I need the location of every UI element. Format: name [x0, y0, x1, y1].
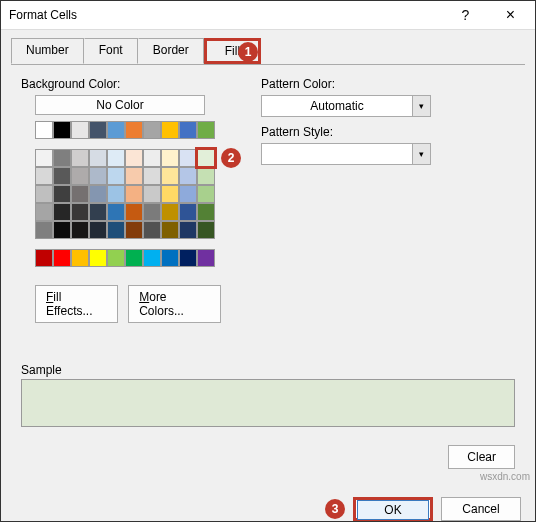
color-swatch[interactable] — [197, 149, 215, 167]
annotation-1: 1 — [238, 42, 258, 62]
color-swatch[interactable] — [125, 249, 143, 267]
more-colors-button[interactable]: More Colors... — [128, 285, 221, 323]
color-swatch[interactable] — [71, 221, 89, 239]
color-swatch[interactable] — [179, 121, 197, 139]
color-swatch[interactable] — [71, 185, 89, 203]
color-swatch[interactable] — [107, 167, 125, 185]
background-color-section: Background Color: No Color 2 Fill Effect… — [21, 77, 221, 323]
color-swatch[interactable] — [125, 221, 143, 239]
tab-font[interactable]: Font — [84, 38, 138, 64]
color-swatch[interactable] — [197, 121, 215, 139]
color-swatch[interactable] — [161, 203, 179, 221]
color-swatch[interactable] — [89, 249, 107, 267]
color-swatch[interactable] — [143, 167, 161, 185]
dialog-footer: 3 OK Cancel — [1, 487, 535, 522]
color-swatch[interactable] — [107, 185, 125, 203]
color-swatch[interactable] — [89, 149, 107, 167]
close-icon: × — [506, 6, 515, 24]
color-swatch[interactable] — [35, 167, 53, 185]
color-swatch[interactable] — [197, 221, 215, 239]
color-swatch[interactable] — [161, 185, 179, 203]
annotation-2: 2 — [221, 148, 241, 168]
color-swatch[interactable] — [89, 121, 107, 139]
color-swatch[interactable] — [179, 167, 197, 185]
watermark: wsxdn.com — [480, 471, 530, 482]
background-color-label: Background Color: — [21, 77, 221, 91]
color-swatch[interactable] — [107, 221, 125, 239]
annotation-3: 3 — [325, 499, 345, 519]
color-swatch[interactable] — [71, 203, 89, 221]
color-swatch[interactable] — [125, 203, 143, 221]
color-swatch[interactable] — [143, 121, 161, 139]
color-swatch[interactable] — [53, 249, 71, 267]
color-swatch[interactable] — [143, 149, 161, 167]
color-swatch[interactable] — [197, 249, 215, 267]
color-swatch[interactable] — [71, 121, 89, 139]
color-swatch[interactable] — [161, 149, 179, 167]
color-swatch[interactable] — [161, 249, 179, 267]
color-swatch[interactable] — [35, 121, 53, 139]
pattern-color-dropdown[interactable]: Automatic ▾ — [261, 95, 431, 117]
clear-button[interactable]: Clear — [448, 445, 515, 469]
sample-preview — [21, 379, 515, 427]
tab-border[interactable]: Border — [138, 38, 204, 64]
format-cells-dialog: Format Cells ? × Number Font Border Fill… — [0, 0, 536, 522]
color-swatch[interactable] — [35, 149, 53, 167]
color-swatch[interactable] — [197, 203, 215, 221]
color-swatch[interactable] — [179, 149, 197, 167]
sample-label: Sample — [21, 363, 515, 377]
color-swatch[interactable] — [71, 249, 89, 267]
color-swatch[interactable] — [179, 185, 197, 203]
color-swatch[interactable] — [179, 221, 197, 239]
color-swatch[interactable] — [125, 149, 143, 167]
color-swatch[interactable] — [161, 167, 179, 185]
color-swatch[interactable] — [35, 203, 53, 221]
color-swatch[interactable] — [197, 185, 215, 203]
color-swatch[interactable] — [143, 249, 161, 267]
color-swatch[interactable] — [107, 249, 125, 267]
tab-bar: Number Font Border Fill 1 — [11, 38, 535, 64]
fill-effects-button[interactable]: Fill Effects... — [35, 285, 118, 323]
color-swatch[interactable] — [35, 249, 53, 267]
titlebar-title: Format Cells — [9, 8, 443, 22]
color-swatch[interactable] — [161, 121, 179, 139]
color-swatch[interactable] — [89, 203, 107, 221]
color-swatch[interactable] — [89, 167, 107, 185]
color-swatch[interactable] — [125, 121, 143, 139]
cancel-button[interactable]: Cancel — [441, 497, 521, 521]
close-button[interactable]: × — [488, 1, 533, 29]
titlebar: Format Cells ? × — [1, 1, 535, 30]
color-swatch[interactable] — [89, 221, 107, 239]
help-icon: ? — [462, 7, 470, 23]
color-swatch[interactable] — [107, 121, 125, 139]
color-swatch[interactable] — [71, 149, 89, 167]
color-swatch[interactable] — [53, 121, 71, 139]
color-swatch[interactable] — [53, 185, 71, 203]
pattern-style-dropdown[interactable]: ▾ — [261, 143, 431, 165]
color-swatch[interactable] — [71, 167, 89, 185]
color-swatch[interactable] — [179, 203, 197, 221]
color-swatch[interactable] — [143, 221, 161, 239]
sample-section: Sample — [21, 363, 515, 427]
ok-button[interactable]: OK — [353, 497, 433, 521]
color-swatch[interactable] — [143, 185, 161, 203]
color-swatch[interactable] — [35, 221, 53, 239]
tab-number[interactable]: Number — [11, 38, 84, 64]
color-swatch[interactable] — [125, 167, 143, 185]
color-swatch[interactable] — [107, 203, 125, 221]
color-swatch[interactable] — [107, 149, 125, 167]
pattern-style-label: Pattern Style: — [261, 125, 515, 139]
no-color-button[interactable]: No Color — [35, 95, 205, 115]
color-swatch[interactable] — [179, 249, 197, 267]
help-button[interactable]: ? — [443, 1, 488, 29]
color-swatch[interactable] — [89, 185, 107, 203]
color-swatch[interactable] — [35, 185, 53, 203]
color-swatch[interactable] — [197, 167, 215, 185]
color-swatch[interactable] — [53, 167, 71, 185]
color-swatch[interactable] — [143, 203, 161, 221]
color-swatch[interactable] — [125, 185, 143, 203]
color-swatch[interactable] — [53, 221, 71, 239]
color-swatch[interactable] — [53, 203, 71, 221]
color-swatch[interactable] — [53, 149, 71, 167]
color-swatch[interactable] — [161, 221, 179, 239]
